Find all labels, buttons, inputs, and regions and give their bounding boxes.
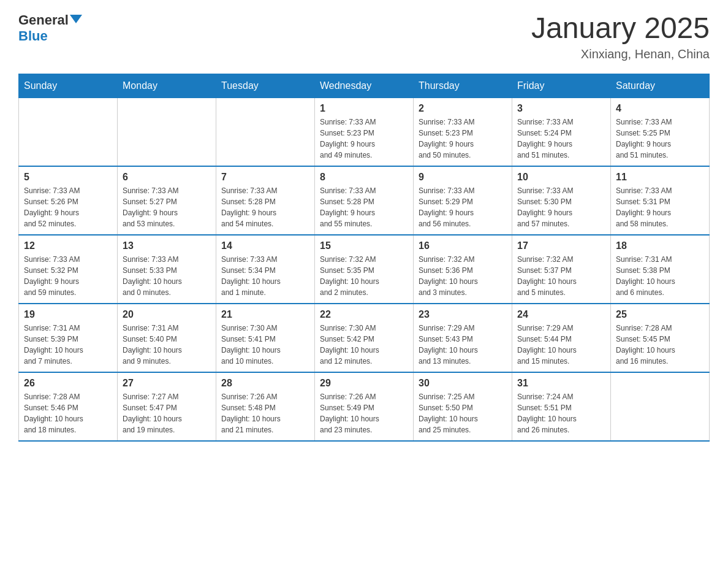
day-number: 25 [616, 309, 704, 320]
day-info: Sunrise: 7:33 AM Sunset: 5:23 PM Dayligh… [320, 117, 408, 161]
day-number: 18 [616, 240, 704, 251]
calendar-cell: 27Sunrise: 7:27 AM Sunset: 5:47 PM Dayli… [118, 372, 216, 441]
month-title: January 2025 [531, 12, 710, 45]
day-info: Sunrise: 7:30 AM Sunset: 5:42 PM Dayligh… [320, 323, 408, 367]
location-title: Xinxiang, Henan, China [531, 47, 710, 61]
calendar-cell: 23Sunrise: 7:29 AM Sunset: 5:43 PM Dayli… [414, 304, 512, 372]
calendar-week-row: 5Sunrise: 7:33 AM Sunset: 5:26 PM Daylig… [19, 166, 710, 235]
day-number: 13 [123, 240, 211, 251]
calendar-cell: 26Sunrise: 7:28 AM Sunset: 5:46 PM Dayli… [19, 372, 118, 441]
day-info: Sunrise: 7:33 AM Sunset: 5:30 PM Dayligh… [517, 185, 605, 229]
calendar-cell [216, 98, 315, 166]
calendar-cell: 14Sunrise: 7:33 AM Sunset: 5:34 PM Dayli… [216, 235, 315, 304]
calendar-cell: 2Sunrise: 7:33 AM Sunset: 5:23 PM Daylig… [414, 98, 512, 166]
calendar-cell: 20Sunrise: 7:31 AM Sunset: 5:40 PM Dayli… [118, 304, 216, 372]
day-number: 22 [320, 309, 408, 320]
day-info: Sunrise: 7:27 AM Sunset: 5:47 PM Dayligh… [123, 391, 211, 435]
calendar-header-row: SundayMondayTuesdayWednesdayThursdayFrid… [19, 74, 710, 98]
day-info: Sunrise: 7:32 AM Sunset: 5:37 PM Dayligh… [517, 254, 605, 298]
day-info: Sunrise: 7:33 AM Sunset: 5:27 PM Dayligh… [123, 185, 211, 229]
day-info: Sunrise: 7:24 AM Sunset: 5:51 PM Dayligh… [517, 391, 605, 435]
day-number: 5 [24, 172, 112, 183]
calendar-cell: 3Sunrise: 7:33 AM Sunset: 5:24 PM Daylig… [512, 98, 611, 166]
day-number: 1 [320, 103, 408, 114]
day-info: Sunrise: 7:28 AM Sunset: 5:46 PM Dayligh… [24, 391, 112, 435]
calendar-week-row: 19Sunrise: 7:31 AM Sunset: 5:39 PM Dayli… [19, 304, 710, 372]
day-number: 15 [320, 240, 408, 251]
day-number: 20 [123, 309, 211, 320]
day-info: Sunrise: 7:32 AM Sunset: 5:36 PM Dayligh… [419, 254, 507, 298]
day-info: Sunrise: 7:33 AM Sunset: 5:24 PM Dayligh… [517, 117, 605, 161]
day-number: 19 [24, 309, 112, 320]
col-header-sunday: Sunday [19, 74, 118, 98]
col-header-thursday: Thursday [414, 74, 512, 98]
day-info: Sunrise: 7:33 AM Sunset: 5:28 PM Dayligh… [221, 185, 309, 229]
calendar-cell: 29Sunrise: 7:26 AM Sunset: 5:49 PM Dayli… [315, 372, 414, 441]
day-number: 16 [419, 240, 507, 251]
col-header-friday: Friday [512, 74, 611, 98]
calendar-cell: 19Sunrise: 7:31 AM Sunset: 5:39 PM Dayli… [19, 304, 118, 372]
day-info: Sunrise: 7:33 AM Sunset: 5:33 PM Dayligh… [123, 254, 211, 298]
calendar-cell: 30Sunrise: 7:25 AM Sunset: 5:50 PM Dayli… [414, 372, 512, 441]
day-info: Sunrise: 7:33 AM Sunset: 5:28 PM Dayligh… [320, 185, 408, 229]
day-number: 31 [517, 378, 605, 389]
day-number: 30 [419, 378, 507, 389]
calendar-cell: 10Sunrise: 7:33 AM Sunset: 5:30 PM Dayli… [512, 166, 611, 235]
calendar-cell: 13Sunrise: 7:33 AM Sunset: 5:33 PM Dayli… [118, 235, 216, 304]
calendar-cell: 21Sunrise: 7:30 AM Sunset: 5:41 PM Dayli… [216, 304, 315, 372]
day-info: Sunrise: 7:33 AM Sunset: 5:34 PM Dayligh… [221, 254, 309, 298]
day-info: Sunrise: 7:33 AM Sunset: 5:25 PM Dayligh… [616, 117, 704, 161]
col-header-tuesday: Tuesday [216, 74, 315, 98]
day-info: Sunrise: 7:32 AM Sunset: 5:35 PM Dayligh… [320, 254, 408, 298]
calendar-cell: 16Sunrise: 7:32 AM Sunset: 5:36 PM Dayli… [414, 235, 512, 304]
calendar-cell: 17Sunrise: 7:32 AM Sunset: 5:37 PM Dayli… [512, 235, 611, 304]
day-number: 12 [24, 240, 112, 251]
day-number: 28 [221, 378, 309, 389]
day-number: 14 [221, 240, 309, 251]
calendar-cell: 15Sunrise: 7:32 AM Sunset: 5:35 PM Dayli… [315, 235, 414, 304]
calendar-cell: 22Sunrise: 7:30 AM Sunset: 5:42 PM Dayli… [315, 304, 414, 372]
calendar-cell: 1Sunrise: 7:33 AM Sunset: 5:23 PM Daylig… [315, 98, 414, 166]
calendar-cell: 6Sunrise: 7:33 AM Sunset: 5:27 PM Daylig… [118, 166, 216, 235]
day-number: 7 [221, 172, 309, 183]
day-number: 23 [419, 309, 507, 320]
day-number: 27 [123, 378, 211, 389]
calendar-cell: 25Sunrise: 7:28 AM Sunset: 5:45 PM Dayli… [611, 304, 710, 372]
calendar-cell: 4Sunrise: 7:33 AM Sunset: 5:25 PM Daylig… [611, 98, 710, 166]
calendar-week-row: 26Sunrise: 7:28 AM Sunset: 5:46 PM Dayli… [19, 372, 710, 441]
col-header-saturday: Saturday [611, 74, 710, 98]
col-header-wednesday: Wednesday [315, 74, 414, 98]
day-info: Sunrise: 7:29 AM Sunset: 5:43 PM Dayligh… [419, 323, 507, 367]
calendar-cell: 8Sunrise: 7:33 AM Sunset: 5:28 PM Daylig… [315, 166, 414, 235]
calendar-cell: 28Sunrise: 7:26 AM Sunset: 5:48 PM Dayli… [216, 372, 315, 441]
day-info: Sunrise: 7:28 AM Sunset: 5:45 PM Dayligh… [616, 323, 704, 367]
day-number: 10 [517, 172, 605, 183]
calendar-table: SundayMondayTuesdayWednesdayThursdayFrid… [18, 74, 710, 442]
day-number: 21 [221, 309, 309, 320]
day-info: Sunrise: 7:25 AM Sunset: 5:50 PM Dayligh… [419, 391, 507, 435]
day-info: Sunrise: 7:26 AM Sunset: 5:49 PM Dayligh… [320, 391, 408, 435]
calendar-cell: 18Sunrise: 7:31 AM Sunset: 5:38 PM Dayli… [611, 235, 710, 304]
calendar-cell: 5Sunrise: 7:33 AM Sunset: 5:26 PM Daylig… [19, 166, 118, 235]
logo-general: General [18, 12, 69, 28]
day-info: Sunrise: 7:30 AM Sunset: 5:41 PM Dayligh… [221, 323, 309, 367]
day-number: 24 [517, 309, 605, 320]
day-number: 9 [419, 172, 507, 183]
day-number: 3 [517, 103, 605, 114]
day-info: Sunrise: 7:33 AM Sunset: 5:29 PM Dayligh… [419, 185, 507, 229]
col-header-monday: Monday [118, 74, 216, 98]
day-info: Sunrise: 7:33 AM Sunset: 5:23 PM Dayligh… [419, 117, 507, 161]
day-number: 2 [419, 103, 507, 114]
day-info: Sunrise: 7:33 AM Sunset: 5:31 PM Dayligh… [616, 185, 704, 229]
day-number: 4 [616, 103, 704, 114]
calendar-cell: 31Sunrise: 7:24 AM Sunset: 5:51 PM Dayli… [512, 372, 611, 441]
calendar-cell [611, 372, 710, 441]
calendar-cell [118, 98, 216, 166]
day-number: 26 [24, 378, 112, 389]
calendar-cell: 9Sunrise: 7:33 AM Sunset: 5:29 PM Daylig… [414, 166, 512, 235]
day-info: Sunrise: 7:26 AM Sunset: 5:48 PM Dayligh… [221, 391, 309, 435]
day-info: Sunrise: 7:31 AM Sunset: 5:38 PM Dayligh… [616, 254, 704, 298]
day-info: Sunrise: 7:29 AM Sunset: 5:44 PM Dayligh… [517, 323, 605, 367]
day-info: Sunrise: 7:31 AM Sunset: 5:40 PM Dayligh… [123, 323, 211, 367]
page-header: General Blue January 2025 Xinxiang, Hena… [18, 12, 710, 61]
